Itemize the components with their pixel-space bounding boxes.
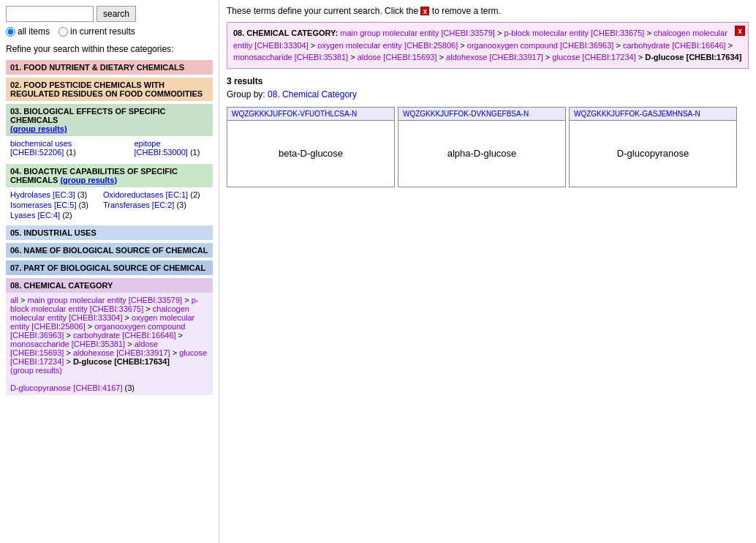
result-card-1: WQZGKKKJUFFOK-VFUOTHLCSA-N beta-D-glucos…	[227, 107, 395, 187]
category-06: 06. NAME OF BIOLOGICAL SOURCE OF CHEMICA…	[6, 243, 213, 258]
cat-04-oxidoreductases: Oxidoreductases [EC:1] (2)	[103, 190, 200, 199]
result-1-title[interactable]: beta-D-glucose	[227, 121, 394, 187]
cat-04-links: Hydrolases [EC:3] (3) Isomerases [EC:5] …	[6, 187, 213, 222]
transferases-link[interactable]: Transferases [EC:2]	[103, 201, 174, 209]
group-by-label: Group by:	[227, 89, 265, 100]
refine-label: Refine your search within these categori…	[6, 44, 213, 54]
chebi-pblock-link[interactable]: p-block molecular entity [CHEBI:33675]	[504, 29, 644, 37]
cat-03-link-row-1: biochemical uses [CHEBI:52206] (1) epito…	[10, 139, 208, 157]
chebi-aldose-link[interactable]: aldose [CHEBI:15693]	[358, 53, 437, 61]
cat-08-carbohydrate-link[interactable]: carbohydrate [CHEBI:16646]	[73, 331, 176, 340]
cat-08-monosaccharide-link[interactable]: monosaccharide [CHEBI:35381]	[10, 340, 125, 348]
chebi-aldohexose-link[interactable]: aldohexose [CHEBI:33917]	[446, 53, 543, 61]
cat-04-isomerases: Isomerases [EC:5] (3)	[10, 201, 88, 209]
cat-04-left-col: Hydrolases [EC:3] (3) Isomerases [EC:5] …	[10, 190, 88, 220]
category-04: 04. BIOACTIVE CAPABILITIES OF SPECIFIC C…	[6, 164, 213, 222]
cat-04-right-col: Oxidoreductases [EC:1] (2) Transferases …	[103, 190, 200, 220]
cat-04-hydrolases: Hydrolases [EC:3] (3)	[10, 190, 88, 199]
cat-03-link-1: biochemical uses [CHEBI:52206] (1)	[10, 139, 112, 157]
group-by-chemical-category-link[interactable]: 08. Chemical Category	[268, 89, 357, 100]
category-02: 02. FOOD PESTICIDE CHEMICALS WITH REGULA…	[6, 78, 213, 101]
chebi-monosaccharide-link[interactable]: monosaccharide [CHEBI:35381]	[233, 53, 348, 61]
isomerases-link[interactable]: Isomerases [EC:5]	[10, 201, 76, 209]
result-card-2: WQZGKKKJUFFOK-DVKNGEFBSA-N alpha-D-gluco…	[398, 107, 566, 187]
search-bar: search	[6, 6, 213, 22]
biochemical-uses-link[interactable]: biochemical uses [CHEBI:52206]	[10, 139, 72, 157]
chebi-dglucose-text: D-glucose [CHEBI:17634]	[645, 53, 741, 61]
result-2-title[interactable]: alpha-D-glucose	[398, 121, 565, 187]
cat-04-lyases: Lyases [EC:4] (2)	[10, 211, 88, 220]
chebi-carbohydrate-link[interactable]: carbohydrate [CHEBI:16646]	[623, 41, 726, 50]
category-01: 01. FOOD NUTRIENT & DIETARY CHEMICALS	[6, 60, 213, 75]
cat-08-dglucopyranose-link[interactable]: D-glucopyranose [CHEBI:4167]	[10, 383, 122, 392]
lyases-link[interactable]: Lyases [EC:4]	[10, 211, 60, 220]
category-08: 08. CHEMICAL CATEGORY all > main group m…	[6, 278, 213, 395]
cat-04-link-row-1: Hydrolases [EC:3] (3) Isomerases [EC:5] …	[10, 190, 208, 220]
radio-all-items-label[interactable]: all items	[6, 26, 50, 37]
result-card-3: WQZGKKKJUFFOK-GASJEMHNSA-N D-glucopyrano…	[569, 107, 737, 187]
hydrolases-link[interactable]: Hydrolases [EC:3]	[10, 190, 75, 199]
result-3-title[interactable]: D-glucopyranose	[570, 121, 736, 187]
result-3-header-link[interactable]: WQZGKKKJUFFOK-GASJEMHNSA-N	[570, 108, 736, 121]
epitope-link[interactable]: epitope [CHEBI:53000]	[134, 139, 187, 157]
cat-08-group-results-link[interactable]: (group results)	[10, 366, 62, 375]
cat-03-link-2: epitope [CHEBI:53000] (1)	[134, 139, 208, 157]
group-by: Group by: 08. Chemical Category	[227, 89, 749, 100]
cat-04-group-results-link[interactable]: (group results)	[60, 176, 117, 184]
result-2-header-link[interactable]: WQZGKKKJUFFOK-DVKNGEFBSA-N	[398, 108, 565, 121]
cat-08-aldohexose-link[interactable]: aldohexose [CHEBI:33917]	[73, 348, 170, 357]
radio-in-current-text: in current results	[70, 26, 135, 37]
category-05: 05. INDUSTRIAL USES	[6, 225, 213, 240]
search-button[interactable]: search	[97, 6, 136, 22]
oxidoreductases-link[interactable]: Oxidoreductases [EC:1]	[103, 190, 188, 199]
cat-08-main-group-link[interactable]: main group molecular entity [CHEBI:33579…	[28, 296, 183, 304]
cat-03-links: biochemical uses [CHEBI:52206] (1) epito…	[6, 136, 213, 161]
info-text-before: These terms define your current search. …	[227, 6, 418, 16]
cat-08-dglucose-text: D-glucose [CHEBI:17634]	[73, 357, 170, 366]
cat-01-header: 01. FOOD NUTRIENT & DIETARY CHEMICALS	[6, 60, 213, 75]
radio-in-current[interactable]	[58, 27, 68, 37]
chebi-oxygen-link[interactable]: oxygen molecular entity [CHEBI:25806]	[317, 41, 458, 50]
cat-08-links: all > main group molecular entity [CHEBI…	[6, 293, 213, 395]
radio-in-current-label[interactable]: in current results	[58, 26, 135, 37]
cat-03-group-results-link[interactable]: (group results)	[10, 124, 67, 133]
cat-03-header: 03. BIOLOGICAL EFFECTS OF SPECIFIC CHEMI…	[6, 104, 213, 136]
info-text: These terms define your current search. …	[227, 6, 749, 16]
chebi-glucose-link[interactable]: glucose [CHEBI:17234]	[552, 53, 635, 61]
cat-08-all-link[interactable]: all	[10, 296, 18, 304]
category-03: 03. BIOLOGICAL EFFECTS OF SPECIFIC CHEMI…	[6, 104, 213, 161]
search-term-box: 08. CHEMICAL CATEGORY: main group molecu…	[227, 22, 749, 69]
chebi-main-group-link[interactable]: main group molecular entity [CHEBI:33579…	[340, 29, 495, 37]
cat-02-header: 02. FOOD PESTICIDE CHEMICALS WITH REGULA…	[6, 78, 213, 101]
cat-05-header: 05. INDUSTRIAL USES	[6, 225, 213, 240]
radio-all-items-text: all items	[18, 26, 50, 37]
cat-06-header: 06. NAME OF BIOLOGICAL SOURCE OF CHEMICA…	[6, 243, 213, 258]
info-text-after: to remove a term.	[432, 6, 501, 16]
radio-all-items[interactable]	[6, 27, 15, 37]
cat-08-header: 08. CHEMICAL CATEGORY	[6, 278, 213, 293]
remove-search-term-button[interactable]: x	[735, 26, 745, 36]
remove-icon-example: x	[420, 7, 429, 15]
cat-03-title: 03. BIOLOGICAL EFFECTS OF SPECIFIC CHEMI…	[10, 107, 166, 124]
chebi-organooxygen-link[interactable]: organooxygen compound [CHEBI:36963]	[467, 41, 614, 50]
cat-07-header: 07. PART OF BIOLOGICAL SOURCE OF CHEMICA…	[6, 261, 213, 275]
cat-04-transferases: Transferases [EC:2] (3)	[103, 201, 200, 209]
search-input[interactable]	[6, 6, 94, 22]
main-content: These terms define your current search. …	[219, 0, 756, 543]
search-term-label: 08. CHEMICAL CATEGORY:	[233, 29, 338, 37]
sidebar: search all items in current results Refi…	[0, 0, 219, 543]
result-1-header-link[interactable]: WQZGKKKJUFFOK-VFUOTHLCSA-N	[227, 108, 394, 121]
results-count: 3 results	[227, 76, 749, 86]
results-grid: WQZGKKKJUFFOK-VFUOTHLCSA-N beta-D-glucos…	[227, 107, 749, 187]
search-scope-radio-group: all items in current results	[6, 26, 213, 37]
cat-04-header: 04. BIOACTIVE CAPABILITIES OF SPECIFIC C…	[6, 164, 213, 187]
category-07: 07. PART OF BIOLOGICAL SOURCE OF CHEMICA…	[6, 261, 213, 275]
